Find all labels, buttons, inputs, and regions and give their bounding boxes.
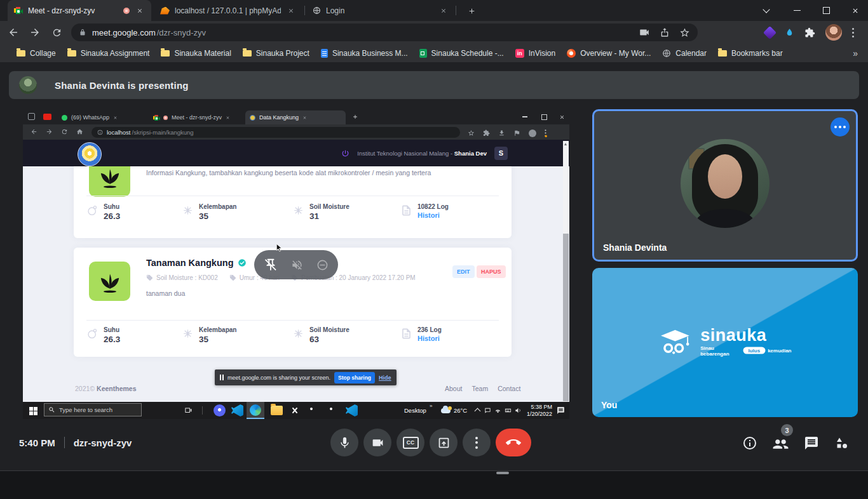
mute-audio-icon[interactable] — [291, 259, 303, 271]
globe-icon — [662, 49, 671, 58]
soil-moisture-icon — [292, 204, 304, 216]
bookmark-star-icon[interactable] — [679, 27, 690, 38]
humidity-icon — [182, 204, 194, 216]
bookmarks-overflow-chevron[interactable]: » — [853, 48, 858, 58]
participant-tile-you[interactable]: sinauka Sinau bebarengan lulus kemudian … — [592, 268, 858, 417]
folder-icon — [67, 50, 76, 57]
meeting-details-button[interactable] — [742, 436, 757, 451]
bookmark-calendar[interactable]: Calendar — [662, 49, 707, 58]
tab-phpmyadmin[interactable]: localhost / 127.0.0.1 | phpMyAdm — [154, 0, 302, 21]
back-button[interactable] — [5, 24, 22, 41]
shared-tab-meet: Meet - dzr-snyd-zyv — [149, 110, 243, 124]
screen-root: Meet - dzr-snyd-zyv localhost / 127.0.0.… — [0, 0, 868, 499]
kangkung-favicon-icon — [250, 115, 255, 121]
reload-button[interactable] — [48, 24, 65, 41]
extensions-puzzle-icon[interactable] — [804, 27, 815, 38]
shared-scrollbar-arrow — [564, 143, 567, 145]
captions-icon: CC — [403, 437, 419, 449]
browser-toolbar: meet.google.com/dzr-snyd-zyv — [0, 21, 868, 44]
whatsapp-icon — [62, 115, 67, 121]
tab-meet[interactable]: Meet - dzr-snyd-zyv — [8, 0, 151, 21]
camera-button[interactable] — [363, 429, 391, 456]
presentation-video-tile[interactable]: (69) WhatsApp Meet - dzr-snyd-zyv Data K… — [23, 109, 569, 419]
bookmark-invision[interactable]: inInVision — [515, 49, 555, 58]
tab-camera-icon[interactable] — [639, 27, 650, 38]
tab-close-icon[interactable] — [438, 6, 449, 16]
bookmark-overview[interactable]: Overview - My Wor... — [567, 49, 651, 58]
participant-tile-shania[interactable]: Shania Devinta — [592, 109, 858, 262]
overview-icon — [567, 49, 576, 58]
bookmark-collage[interactable]: Collage — [17, 49, 56, 58]
lock-icon — [79, 29, 86, 36]
discord-app-icon — [214, 404, 226, 416]
log-document-icon — [400, 328, 412, 340]
plant-icon — [89, 166, 130, 197]
hapus-button: HAPUS — [477, 265, 506, 278]
bookmark-sinauka-project[interactable]: Sinauka Project — [243, 49, 309, 58]
histori-link: Histori — [417, 211, 449, 219]
people-icon — [773, 436, 789, 451]
present-icon — [437, 436, 451, 449]
end-call-button[interactable] — [496, 429, 531, 456]
show-people-button[interactable] — [773, 436, 789, 451]
window-close-button[interactable] — [844, 0, 866, 21]
extension-droplet-icon[interactable] — [785, 28, 794, 37]
chat-button[interactable] — [804, 436, 819, 451]
meet-favicon-icon — [153, 115, 160, 121]
hide-link: Hide — [379, 375, 391, 381]
activities-button[interactable] — [834, 436, 850, 451]
sheets-icon — [419, 49, 427, 58]
mic-button[interactable] — [330, 429, 358, 456]
unpin-icon[interactable] — [264, 258, 278, 272]
captions-button[interactable]: CC — [397, 429, 424, 456]
bookmark-sinauka-business[interactable]: Sinauka Business M... — [321, 49, 408, 58]
tab-close-icon[interactable] — [286, 6, 296, 16]
forward-button[interactable] — [27, 24, 43, 41]
participant-name: Shania Devinta — [603, 243, 667, 253]
url-path: /dzr-snyd-zyv — [157, 28, 206, 37]
shared-address-bar: localhost/skripsi-main/kangkung — [92, 127, 460, 138]
tile-more-options-button[interactable] — [831, 117, 850, 136]
globe-favicon-icon — [313, 6, 321, 15]
stat-soil-moisture: Soil Moisture63 — [292, 326, 349, 344]
browser-menu-icon[interactable] — [852, 28, 854, 37]
more-options-button[interactable] — [463, 429, 491, 456]
window-minimize-button[interactable] — [786, 0, 808, 21]
divider — [64, 437, 65, 448]
tray-network-icon — [494, 407, 501, 414]
stat-log: 10822 LogHistori — [400, 203, 449, 219]
bookmark-sinauka-assignment[interactable]: Sinauka Assignment — [67, 49, 150, 58]
profile-avatar[interactable] — [825, 24, 842, 41]
remove-feed-icon[interactable] — [316, 259, 329, 271]
bookmark-sinauka-schedule[interactable]: Sinauka Schedule -... — [419, 49, 504, 58]
stat-suhu: Suhu26.3 — [86, 203, 120, 221]
extension-purple-icon[interactable] — [763, 25, 776, 39]
taskbar-divider — [202, 406, 203, 415]
shared-forward-icon — [46, 128, 53, 135]
mouse-cursor-icon — [274, 243, 285, 253]
new-tab-button[interactable] — [464, 3, 479, 18]
shared-footer-links: About Team Contact — [445, 385, 520, 392]
windows-start-icon — [29, 407, 33, 411]
tab-close-icon[interactable] — [135, 6, 145, 16]
address-bar[interactable]: meet.google.com/dzr-snyd-zyv — [71, 23, 698, 41]
bookmark-bookmarks-bar-folder[interactable]: Bookmarks bar — [718, 49, 783, 58]
stat-kelembapan: Kelembapan35 — [182, 203, 236, 221]
window-restore-button[interactable] — [815, 0, 837, 21]
puzzle-icon — [483, 130, 490, 136]
taskbar-search-box: Type here to search — [44, 403, 142, 416]
present-button[interactable] — [430, 429, 458, 456]
shared-window-tab-strip: (69) WhatsApp Meet - dzr-snyd-zyv Data K… — [23, 109, 569, 124]
shared-restore-icon — [535, 109, 553, 124]
tab-search-chevron-icon[interactable] — [756, 0, 777, 21]
tab-title: Login — [326, 6, 433, 15]
shared-close-icon — [553, 109, 569, 124]
browser-tab-strip: Meet - dzr-snyd-zyv localhost / 127.0.0.… — [0, 0, 868, 21]
shared-footer-copyright: 2021©Keenthemes — [75, 385, 137, 392]
tray-caret-icon — [475, 408, 481, 415]
tab-login[interactable]: Login — [306, 0, 455, 21]
edge-active-app — [247, 402, 264, 419]
bookmark-sinauka-material[interactable]: Sinauka Material — [161, 49, 231, 58]
tray-keyboard-icon — [505, 407, 512, 414]
share-page-icon[interactable] — [660, 27, 670, 37]
